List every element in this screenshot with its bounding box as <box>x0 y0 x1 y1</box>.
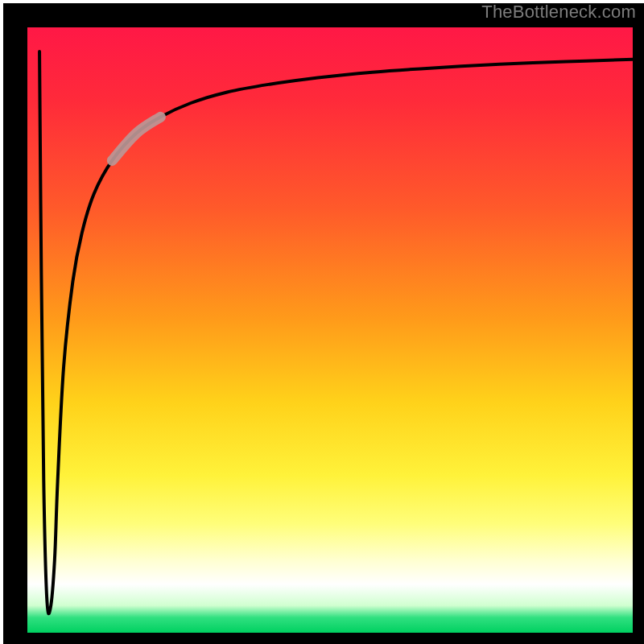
attribution-text: TheBottleneck.com <box>481 2 636 23</box>
bottleneck-chart <box>0 0 644 644</box>
plot-background <box>27 27 633 633</box>
